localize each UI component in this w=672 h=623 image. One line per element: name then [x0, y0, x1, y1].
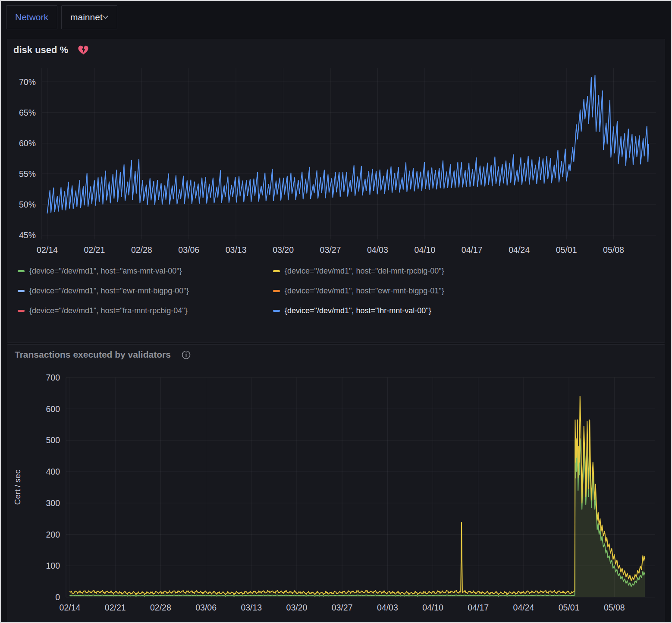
- y-axis-tick-label: 600: [46, 404, 60, 414]
- y-axis-tick-label: 100: [46, 561, 60, 570]
- info-icon[interactable]: [181, 350, 191, 360]
- x-axis-tick-label: 02/14: [60, 603, 81, 612]
- y-axis-tick-label: 400: [46, 467, 60, 476]
- legend-item[interactable]: {device="/dev/md1", host="ams-mnt-val-00…: [18, 261, 273, 281]
- legend-series-label: {device="/dev/md1", host="ams-mnt-val-00…: [29, 267, 182, 276]
- y-axis-tick-label: 500: [46, 435, 60, 445]
- x-axis-tick-label: 03/06: [178, 245, 199, 255]
- x-axis-tick-label: 03/27: [332, 603, 353, 612]
- x-axis-tick-label: 04/10: [422, 603, 443, 612]
- broken-heart-alert-icon: [78, 44, 89, 56]
- legend-series-label: {device="/dev/md1", host="fra-mnt-rpcbig…: [29, 306, 188, 315]
- transactions-chart-canvas[interactable]: 010020030040050060070002/1402/2102/2803/…: [7, 365, 665, 622]
- x-axis-tick-label: 05/08: [604, 603, 625, 612]
- x-axis-tick-label: 02/21: [84, 245, 105, 255]
- y-axis-tick-label: 700: [46, 373, 60, 382]
- series-line: [70, 437, 645, 596]
- variable-value: mainnet: [70, 12, 103, 22]
- x-axis-tick-label: 03/27: [320, 245, 341, 255]
- legend-series-label: {device="/dev/md1", host="lhr-mnt-val-00…: [285, 306, 431, 315]
- x-axis-tick-label: 03/13: [241, 603, 262, 612]
- legend-series-swatch: [18, 270, 25, 272]
- series-area-fill: [70, 396, 645, 597]
- y-axis-tick-label: 50%: [19, 200, 36, 209]
- x-axis-tick-label: 03/13: [226, 245, 247, 255]
- legend-series-label: {device="/dev/md1", host="ewr-mnt-bigpg-…: [29, 286, 189, 296]
- y-axis-tick-label: 70%: [19, 77, 36, 87]
- legend-item[interactable]: {device="/dev/md1", host="fra-mnt-rpcbig…: [18, 301, 273, 321]
- x-axis-tick-label: 04/17: [468, 603, 489, 612]
- legend-item[interactable]: {device="/dev/md1", host="lhr-mnt-val-00…: [273, 301, 665, 321]
- x-axis-tick-label: 02/28: [131, 245, 152, 255]
- x-axis-tick-label: 04/24: [513, 603, 534, 612]
- y-axis-tick-label: 200: [46, 530, 60, 539]
- series-line: [47, 76, 649, 213]
- x-axis-tick-label: 04/10: [414, 245, 435, 255]
- x-axis-tick-label: 05/01: [559, 603, 580, 612]
- transactions-panel: Transactions executed by validators 0100…: [7, 344, 665, 622]
- dashboard-toolbar: Network mainnet: [1, 1, 671, 39]
- disk-used-chart-canvas[interactable]: 45%50%55%60%65%70%02/1402/2102/2803/0603…: [7, 61, 665, 260]
- legend-item[interactable]: {device="/dev/md1", host="ewr-mnt-bigpg-…: [273, 281, 665, 301]
- x-axis-tick-label: 04/17: [462, 245, 483, 255]
- disk-used-panel: disk used % 45%50%55%60%65%70%02/1402/21…: [7, 39, 665, 343]
- transactions-panel-title-row: Transactions executed by validators: [7, 345, 665, 365]
- legend-item[interactable]: {device="/dev/md1", host="del-mnt-rpcbig…: [273, 261, 665, 281]
- legend-series-swatch: [18, 310, 25, 312]
- chart-svg: 010020030040050060070002/1402/2102/2803/…: [7, 365, 665, 622]
- x-axis-tick-label: 04/03: [367, 245, 388, 255]
- x-axis-tick-label: 03/20: [286, 603, 308, 612]
- y-axis-tick-label: 300: [46, 498, 60, 508]
- transactions-panel-title[interactable]: Transactions executed by validators: [15, 349, 171, 360]
- dashboard-page: Network mainnet disk used % 45%50%55%60%…: [0, 0, 672, 623]
- chevron-down-icon: [103, 16, 108, 19]
- x-axis-tick-label: 05/01: [556, 245, 577, 255]
- x-axis-tick-label: 04/24: [509, 245, 530, 255]
- series-area-fill: [70, 437, 645, 597]
- disk-panel-title-row: disk used %: [7, 39, 665, 61]
- legend-series-label: {device="/dev/md1", host="del-mnt-rpcbig…: [285, 267, 444, 276]
- chart-svg: 45%50%55%60%65%70%02/1402/2102/2803/0603…: [7, 61, 665, 260]
- network-variable-label-chip[interactable]: Network: [6, 5, 57, 29]
- y-axis-tick-label: 60%: [19, 138, 36, 148]
- legend-series-swatch: [18, 290, 25, 292]
- y-axis-title: Cert / sec: [13, 470, 22, 505]
- disk-used-legend: {device="/dev/md1", host="ams-mnt-val-00…: [7, 260, 665, 323]
- y-axis-tick-label: 45%: [19, 230, 36, 240]
- x-axis-tick-label: 03/20: [273, 245, 294, 255]
- y-axis-tick-label: 55%: [19, 169, 36, 179]
- legend-item[interactable]: {device="/dev/md1", host="ewr-mnt-bigpg-…: [18, 281, 273, 301]
- y-axis-tick-label: 65%: [19, 108, 36, 117]
- series-line: [70, 396, 645, 595]
- disk-panel-title[interactable]: disk used %: [13, 44, 68, 56]
- legend-series-label: {device="/dev/md1", host="ewr-mnt-bigpg-…: [285, 286, 444, 296]
- x-axis-tick-label: 02/28: [150, 603, 171, 612]
- x-axis-tick-label: 03/06: [195, 603, 217, 612]
- variable-label: Network: [15, 12, 48, 22]
- legend-series-swatch: [273, 310, 280, 312]
- x-axis-tick-label: 02/21: [105, 603, 126, 612]
- legend-series-swatch: [273, 270, 280, 272]
- x-axis-tick-label: 04/03: [377, 603, 398, 612]
- x-axis-tick-label: 05/08: [603, 245, 624, 255]
- y-axis-tick-label: 0: [55, 592, 60, 602]
- legend-series-swatch: [273, 290, 280, 292]
- x-axis-tick-label: 02/14: [37, 245, 58, 255]
- network-variable-value-dropdown[interactable]: mainnet: [61, 5, 117, 29]
